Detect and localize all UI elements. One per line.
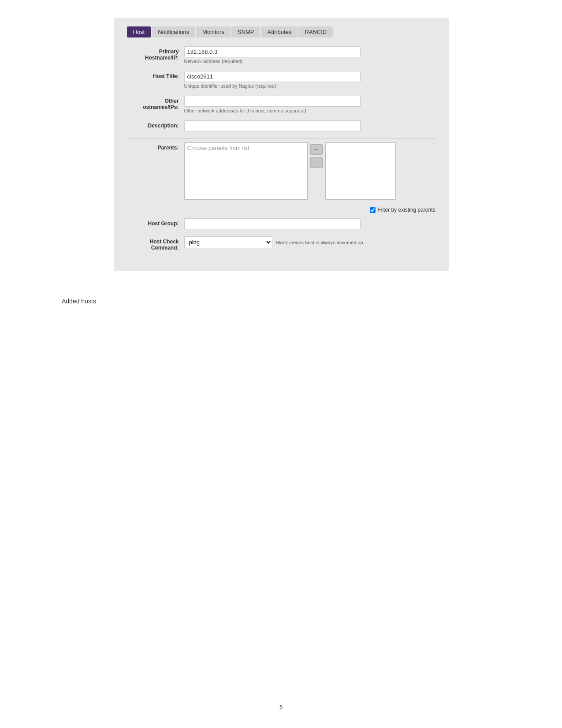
parents-listbox[interactable]: Choose parents from list [184, 142, 308, 200]
parents-row: Parents: Choose parents from list ← → [127, 142, 435, 200]
primary-hostname-label: PrimaryHostname/IP: [127, 46, 184, 61]
host-group-label: Host Group: [127, 218, 184, 227]
host-title-content: Unique identifier used by Nagios (requir… [184, 71, 435, 89]
host-check-command-hint: Blank means host is always assumed up [276, 240, 363, 245]
host-group-content [184, 218, 435, 229]
other-hostnames-hint: Other network addresses for this host, c… [184, 108, 435, 113]
filter-checkbox[interactable] [370, 207, 376, 213]
filter-row: Filter by existing parents [127, 207, 435, 213]
parents-content: Choose parents from list ← → [184, 142, 435, 200]
host-group-row: Host Group: [127, 218, 435, 229]
description-input[interactable] [184, 120, 361, 131]
other-hostnames-content: Other network addresses for this host, c… [184, 96, 435, 113]
tab-bar: Host Notifications Monitors SNMP Attribu… [127, 26, 435, 37]
parents-list-area: Choose parents from list ← → [184, 142, 435, 200]
host-title-row: Host Title: Unique identifier used by Na… [127, 71, 435, 89]
hcc-select-wrap: ping check_http check_ssh check_tcp Blan… [184, 236, 435, 248]
filter-label: Filter by existing parents [378, 207, 435, 213]
primary-hostname-content: Network address (required) [184, 46, 435, 64]
tab-snmp[interactable]: SNMP [231, 26, 261, 37]
host-check-command-label: Host CheckCommand: [127, 236, 184, 251]
host-title-input[interactable] [184, 71, 361, 82]
tab-rancid[interactable]: RANCID [298, 26, 333, 37]
primary-hostname-input[interactable] [184, 46, 361, 57]
tab-attributes[interactable]: Attributes [261, 26, 298, 37]
host-group-input[interactable] [184, 218, 361, 229]
arrow-right-button[interactable]: → [310, 157, 323, 168]
parents-arrows: ← → [310, 142, 323, 168]
primary-hostname-hint: Network address (required) [184, 59, 435, 64]
tab-notifications[interactable]: Notifications [152, 26, 195, 37]
host-title-hint: Unique identifier used by Nagios (requir… [184, 83, 435, 89]
host-check-command-content: ping check_http check_ssh check_tcp Blan… [184, 236, 435, 248]
parents-label: Parents: [127, 142, 184, 151]
description-content [184, 120, 435, 131]
description-row: Description: [127, 120, 435, 131]
other-hostnames-row: Otherostnames/IPs: Other network address… [127, 96, 435, 113]
other-hostnames-label: Otherostnames/IPs: [127, 96, 184, 110]
other-hostnames-input[interactable] [184, 96, 361, 107]
host-title-label: Host Title: [127, 71, 184, 79]
tab-monitors[interactable]: Monitors [196, 26, 231, 37]
page-number: 5 [279, 704, 283, 710]
added-hosts-label: Added hosts [62, 298, 96, 305]
host-check-command-row: Host CheckCommand: ping check_http check… [127, 236, 435, 251]
tab-host[interactable]: Host [127, 26, 151, 37]
bottom-section: Added hosts [26, 298, 536, 305]
arrow-left-button[interactable]: ← [310, 144, 323, 155]
host-check-command-select[interactable]: ping check_http check_ssh check_tcp [184, 236, 272, 248]
description-label: Description: [127, 120, 184, 129]
primary-hostname-row: PrimaryHostname/IP: Network address (req… [127, 46, 435, 64]
parents-selected-list[interactable] [325, 142, 396, 200]
